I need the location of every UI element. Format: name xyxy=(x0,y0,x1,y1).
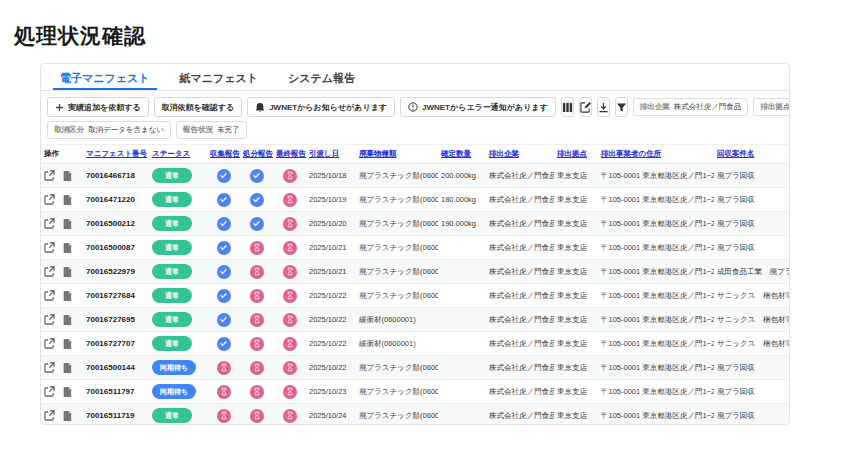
open-detail-button[interactable] xyxy=(44,242,55,253)
filter-chip-value: 未完了 xyxy=(217,125,240,135)
document-button[interactable] xyxy=(62,314,72,326)
disposal-report xyxy=(240,332,273,356)
open-detail-button[interactable] xyxy=(44,362,55,373)
open-detail-button[interactable] xyxy=(44,338,55,349)
document-button[interactable] xyxy=(62,242,72,254)
open-detail-button[interactable] xyxy=(44,266,55,277)
handover-date: 2025/10/22 xyxy=(306,284,356,308)
column-header-sortable[interactable]: マニフェスト番号 xyxy=(83,145,149,164)
open-detail-button[interactable] xyxy=(44,386,55,397)
filter-chip-value: 取消データを含まない xyxy=(88,125,164,135)
status-badge: 通常 xyxy=(152,312,192,327)
open-detail-button[interactable] xyxy=(44,218,55,229)
report-wait-icon xyxy=(217,361,231,375)
final-report xyxy=(273,404,306,426)
discharge-site: 東京支店 xyxy=(554,284,598,308)
column-header-sortable[interactable]: 排出拠点 xyxy=(554,145,598,164)
final-report xyxy=(273,284,306,308)
open-detail-button[interactable] xyxy=(44,290,55,301)
waste-type: 廃プラスチック類(0600000) xyxy=(356,164,438,188)
discharger-address: 〒105-0001 東京都港区虎ノ門1−2−3 xyxy=(598,332,714,356)
filter-chip-label: 報告状況 xyxy=(183,125,213,135)
column-header-sortable[interactable]: ステータス xyxy=(149,145,207,164)
filter-icon[interactable] xyxy=(615,97,628,117)
open-detail-button[interactable] xyxy=(44,194,55,205)
columns-icon[interactable] xyxy=(561,97,574,117)
filter-chip[interactable]: 報告状況未完了 xyxy=(176,121,247,139)
manifest-panel: 電子マニフェスト紙マニフェストシステム報告 実績追加を依頼する 取消依頼を確認す… xyxy=(40,63,790,425)
disposal-report xyxy=(240,236,273,260)
table-header-row: 操作マニフェスト番号ステータス収集報告処分報告最終報告引渡し日廃棄物種類確定数量… xyxy=(41,145,789,164)
document-button[interactable] xyxy=(62,410,72,422)
column-header-sortable[interactable]: 確定数量 xyxy=(438,145,486,164)
disposal-report xyxy=(240,164,273,188)
report-wait-icon xyxy=(283,241,297,255)
document-button[interactable] xyxy=(62,266,72,278)
report-wait-icon xyxy=(283,265,297,279)
disposal-report xyxy=(240,380,273,404)
handover-date: 2025/10/20 xyxy=(306,212,356,236)
discharger-address: 〒105-0001 東京都港区虎ノ門1−2−3 xyxy=(598,380,714,404)
discharge-site: 東京支店 xyxy=(554,236,598,260)
column-header-sortable[interactable]: 引渡し日 xyxy=(306,145,356,164)
filter-chip[interactable]: 取消区分取消データを含まない xyxy=(47,121,171,139)
confirmed-quantity xyxy=(438,236,486,260)
document-button[interactable] xyxy=(62,218,72,230)
filter-chip[interactable]: 排出企業株式会社虎ノ門食品 xyxy=(633,98,749,116)
report-done-icon xyxy=(217,193,231,207)
download-icon[interactable] xyxy=(597,97,610,117)
report-wait-icon xyxy=(283,313,297,327)
discharge-company: 株式会社虎ノ門食品 xyxy=(486,332,554,356)
document-button[interactable] xyxy=(62,194,72,206)
manifest-number: 70016511797 xyxy=(83,380,149,404)
status-badge: 同期待ち xyxy=(152,384,196,399)
jwnet-notice-button[interactable]: JWNETからお知らせがあります xyxy=(247,97,395,117)
open-detail-button[interactable] xyxy=(44,410,55,421)
document-button[interactable] xyxy=(62,386,72,398)
column-header-sortable[interactable]: 排出事業者の住所 xyxy=(598,145,714,164)
add-results-button[interactable]: 実績追加を依頼する xyxy=(47,97,149,117)
discharge-company: 株式会社虎ノ門食品 xyxy=(486,236,554,260)
manifest-number: 70016511719 xyxy=(83,404,149,426)
collection-case-name: サニックス 梱包材等 xyxy=(714,284,789,308)
filter-chip[interactable]: 排出拠点東京支店 xyxy=(753,98,790,116)
column-header-sortable[interactable]: 排出企業 xyxy=(486,145,554,164)
column-header-sortable[interactable]: 回収案件名 xyxy=(714,145,789,164)
report-wait-icon xyxy=(250,409,264,423)
tab[interactable]: システム報告 xyxy=(273,64,370,90)
column-header-sortable[interactable]: 最終報告 xyxy=(273,145,306,164)
confirmed-quantity: 200.000kg xyxy=(438,164,486,188)
column-header-sortable[interactable]: 処分報告 xyxy=(240,145,273,164)
document-button[interactable] xyxy=(62,290,72,302)
handover-date: 2025/10/22 xyxy=(306,356,356,380)
handover-date: 2025/10/21 xyxy=(306,260,356,284)
report-done-icon xyxy=(250,217,264,231)
status-badge: 同期待ち xyxy=(152,360,196,375)
manifest-table: 操作マニフェスト番号ステータス収集報告処分報告最終報告引渡し日廃棄物種類確定数量… xyxy=(41,144,789,425)
row-actions xyxy=(44,356,80,379)
open-detail-button[interactable] xyxy=(44,170,55,181)
status-badge: 通常 xyxy=(152,288,192,303)
report-done-icon xyxy=(217,241,231,255)
open-detail-button[interactable] xyxy=(44,314,55,325)
collect-report xyxy=(207,188,240,212)
row-actions xyxy=(44,284,80,307)
handover-date: 2025/10/22 xyxy=(306,308,356,332)
document-button[interactable] xyxy=(62,362,72,374)
confirm-cancel-button[interactable]: 取消依頼を確認する xyxy=(154,97,243,117)
discharger-address: 〒105-0001 東京都港区虎ノ門1−2−3 xyxy=(598,260,714,284)
document-button[interactable] xyxy=(62,170,72,182)
tab[interactable]: 電子マニフェスト xyxy=(45,64,165,90)
waste-type: 廃プラスチック類(0600000) xyxy=(356,380,438,404)
status-badge: 通常 xyxy=(152,192,192,207)
report-wait-icon xyxy=(283,409,297,423)
document-button[interactable] xyxy=(62,338,72,350)
column-header-sortable[interactable]: 収集報告 xyxy=(207,145,240,164)
tab[interactable]: 紙マニフェスト xyxy=(165,64,274,90)
edit-icon[interactable] xyxy=(579,97,592,117)
row-actions xyxy=(44,260,80,283)
jwnet-error-button[interactable]: JWNETからエラー通知があります xyxy=(400,97,556,117)
report-wait-icon xyxy=(217,385,231,399)
report-done-icon xyxy=(217,217,231,231)
column-header-sortable[interactable]: 廃棄物種類 xyxy=(356,145,438,164)
